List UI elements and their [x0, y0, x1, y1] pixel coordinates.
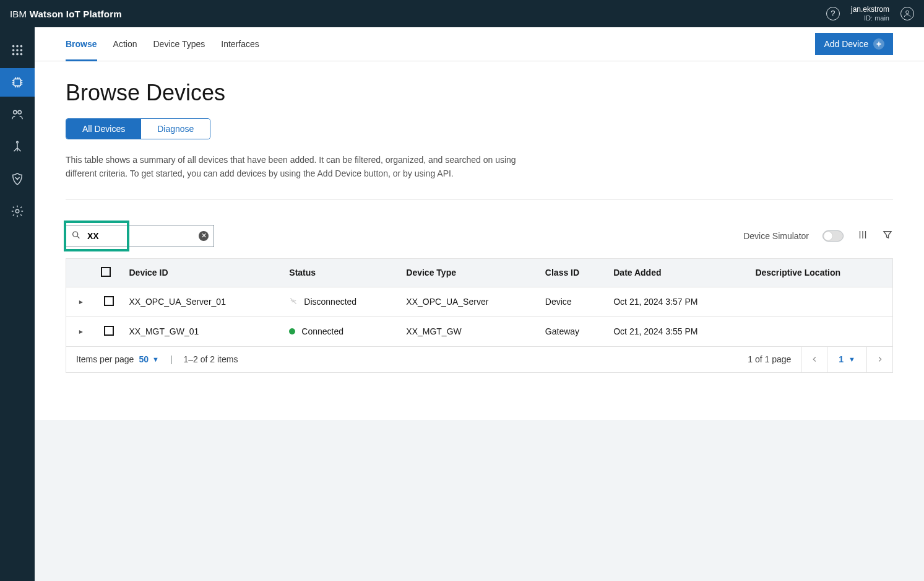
- col-select: [95, 258, 123, 287]
- user-name: jan.ekstrom: [851, 5, 889, 14]
- pill-all-devices[interactable]: All Devices: [66, 119, 141, 139]
- svg-point-6: [20, 49, 23, 51]
- cell-device-type: XX_MGT_GW: [400, 317, 539, 346]
- svg-rect-10: [14, 79, 21, 86]
- cell-location: [749, 317, 892, 346]
- brand-prefix: IBM: [10, 9, 30, 19]
- col-status[interactable]: Status: [283, 258, 400, 287]
- search-icon: [71, 230, 81, 242]
- table-row[interactable]: ▾ XX_OPC_UA_Server_01 Disconnected XX_: [66, 287, 893, 317]
- filter-icon[interactable]: [882, 229, 893, 242]
- cell-location: [749, 287, 892, 317]
- help-icon[interactable]: ?: [826, 7, 840, 20]
- cell-device-type: XX_OPC_UA_Server: [400, 287, 539, 317]
- table-row[interactable]: ▾ XX_MGT_GW_01 Connected XX_MGT_GW Gatew…: [66, 317, 893, 346]
- connected-icon: [289, 328, 295, 334]
- device-simulator-toggle[interactable]: [823, 230, 844, 242]
- column-settings-icon[interactable]: [857, 229, 868, 242]
- svg-point-12: [18, 111, 21, 115]
- row-checkbox[interactable]: [104, 296, 114, 306]
- svg-point-3: [20, 45, 23, 48]
- cell-device-id: XX_OPC_UA_Server_01: [123, 287, 283, 317]
- page-title: Browse Devices: [66, 80, 893, 106]
- devices-table: Device ID Status Device Type Class ID Da…: [66, 258, 893, 347]
- svg-point-14: [15, 209, 19, 213]
- device-view-pills: All Devices Diagnose: [66, 118, 210, 139]
- brand-name: Watson IoT Platform: [30, 9, 122, 19]
- cell-status: Connected: [301, 326, 343, 336]
- svg-point-5: [16, 49, 19, 51]
- svg-point-1: [12, 45, 15, 48]
- select-all-checkbox[interactable]: [101, 267, 111, 277]
- col-class-id[interactable]: Class ID: [539, 258, 607, 287]
- svg-point-2: [16, 45, 19, 48]
- user-avatar-icon[interactable]: [900, 7, 914, 20]
- col-device-type[interactable]: Device Type: [400, 258, 539, 287]
- separator: [66, 199, 893, 200]
- add-device-label: Add Device: [824, 39, 868, 49]
- top-header: IBM Watson IoT Platform ? jan.ekstrom ID…: [0, 0, 924, 27]
- prev-page-button[interactable]: [801, 346, 827, 372]
- col-date-added[interactable]: Date Added: [607, 258, 749, 287]
- items-per-page-select[interactable]: 50 ▼: [139, 354, 158, 364]
- tab-device-types[interactable]: Device Types: [153, 27, 205, 61]
- row-checkbox[interactable]: [104, 326, 114, 336]
- subnav: Browse Action Device Types Interfaces Ad…: [35, 27, 924, 61]
- empty-area: [35, 420, 924, 581]
- table-toolbar: ✕ Device Simulator: [66, 225, 893, 247]
- current-page: 1: [839, 354, 844, 364]
- cell-date-added: Oct 21, 2024 3:57 PM: [607, 287, 749, 317]
- items-range-text: 1–2 of 2 items: [184, 354, 238, 364]
- tab-action[interactable]: Action: [113, 27, 137, 61]
- cell-date-added: Oct 21, 2024 3:55 PM: [607, 317, 749, 346]
- sidebar: [0, 27, 35, 581]
- clear-search-icon[interactable]: ✕: [199, 231, 209, 241]
- user-id-label: ID: main: [851, 14, 889, 22]
- svg-point-8: [16, 53, 19, 56]
- device-simulator-label: Device Simulator: [743, 231, 809, 241]
- sidebar-members-icon[interactable]: [0, 100, 35, 129]
- col-expand: [66, 258, 95, 287]
- svg-point-15: [73, 232, 78, 237]
- caret-down-icon: ▼: [848, 356, 855, 363]
- search-input[interactable]: [87, 231, 192, 241]
- items-per-page-value: 50: [139, 354, 149, 364]
- table-footer: Items per page 50 ▼ | 1–2 of 2 items 1 o…: [66, 347, 893, 373]
- page-info: 1 of 1 page: [738, 354, 801, 364]
- sidebar-devices-icon[interactable]: [0, 68, 35, 97]
- svg-point-7: [12, 53, 15, 56]
- page-select[interactable]: 1 ▼: [827, 346, 866, 372]
- expand-row-icon[interactable]: ▾: [76, 330, 85, 334]
- page-description: This table shows a summary of all device…: [66, 153, 524, 181]
- sidebar-apps-icon[interactable]: [0, 36, 35, 64]
- tab-browse[interactable]: Browse: [66, 27, 97, 61]
- svg-point-9: [20, 53, 23, 56]
- cell-device-id: XX_MGT_GW_01: [123, 317, 283, 346]
- caret-down-icon: ▼: [152, 356, 159, 363]
- cell-class-id: Gateway: [539, 317, 607, 346]
- sidebar-access-icon[interactable]: [0, 133, 35, 161]
- cell-class-id: Device: [539, 287, 607, 317]
- svg-point-11: [14, 111, 17, 115]
- sidebar-settings-icon[interactable]: [0, 197, 35, 225]
- user-info: jan.ekstrom ID: main: [851, 5, 889, 22]
- col-device-id[interactable]: Device ID: [123, 258, 283, 287]
- cell-status: Disconnected: [304, 297, 356, 307]
- add-device-button[interactable]: Add Device +: [815, 33, 893, 55]
- search-input-wrap: ✕: [66, 225, 214, 247]
- expand-row-icon[interactable]: ▾: [76, 300, 85, 304]
- items-per-page-label: Items per page: [76, 354, 134, 364]
- tab-interfaces[interactable]: Interfaces: [221, 27, 259, 61]
- svg-point-4: [12, 49, 15, 51]
- col-descriptive-location[interactable]: Descriptive Location: [749, 258, 892, 287]
- plus-icon: +: [873, 38, 884, 50]
- svg-point-13: [17, 141, 19, 143]
- sidebar-security-icon[interactable]: [0, 165, 35, 193]
- disconnected-icon: [289, 297, 298, 307]
- svg-point-0: [906, 11, 909, 14]
- brand: IBM Watson IoT Platform: [10, 9, 122, 19]
- next-page-button[interactable]: [866, 346, 892, 372]
- pill-diagnose[interactable]: Diagnose: [141, 119, 210, 139]
